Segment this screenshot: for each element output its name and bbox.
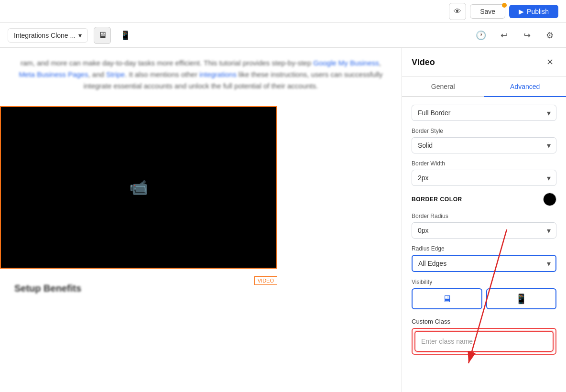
border-color-label: BORDER COLOR: [412, 196, 462, 203]
desktop-view-button[interactable]: 🖥: [94, 27, 111, 44]
save-label: Save: [480, 8, 495, 15]
radius-edge-group: Radius Edge All Edges Top Left Top Right…: [412, 245, 556, 272]
tab-general[interactable]: General: [402, 77, 484, 97]
desktop-vis-icon: 🖥: [442, 294, 452, 305]
below-video-text: Setup Benefits: [0, 273, 402, 304]
canvas: ram, and more can make day-to-day tasks …: [0, 48, 402, 392]
main-toolbar: 👁 Save ▶ Publish: [0, 0, 566, 23]
border-style-label: Border Style: [412, 128, 556, 134]
canvas-content: ram, and more can make day-to-day tasks …: [0, 48, 402, 392]
undo-icon: ↩: [501, 30, 508, 41]
border-radius-group: Border Radius 0px 4px 8px 12px 16px 50%: [412, 213, 556, 239]
radius-edge-select[interactable]: All Edges Top Left Top Right Bottom Left…: [412, 255, 556, 272]
dropdown-chevron-icon: ▾: [78, 32, 82, 39]
border-type-select-wrapper[interactable]: Full Border No Border Top Border Bottom …: [412, 105, 556, 121]
visibility-label: Visibility: [412, 279, 556, 285]
close-panel-button[interactable]: ✕: [543, 55, 556, 69]
border-type-group: Full Border No Border Top Border Bottom …: [412, 105, 556, 121]
history-button[interactable]: 🕐: [472, 27, 490, 44]
custom-class-section: Custom Class: [412, 318, 556, 355]
custom-class-label: Custom Class: [412, 318, 556, 325]
border-color-swatch[interactable]: [543, 193, 556, 206]
border-width-label: Border Width: [412, 160, 556, 167]
border-style-select[interactable]: Solid Dashed Dotted Double: [412, 137, 556, 153]
tab-advanced[interactable]: Advanced: [484, 77, 566, 97]
border-color-row: BORDER COLOR: [412, 193, 556, 206]
site-name: Integrations Clone ...: [14, 32, 76, 39]
preview-button[interactable]: 👁: [449, 3, 466, 20]
history-icon: 🕐: [476, 30, 486, 41]
publish-label: Publish: [527, 8, 549, 15]
toolbar-right: 🕐 ↩ ↪ ⚙: [472, 27, 558, 44]
save-button[interactable]: Save: [470, 4, 505, 19]
border-radius-select[interactable]: 0px 4px 8px 12px 16px 50%: [412, 222, 556, 239]
panel-body: Full Border No Border Top Border Bottom …: [402, 97, 566, 362]
border-width-select[interactable]: 1px 2px 3px 4px 5px: [412, 170, 556, 186]
video-block: 📹: [0, 106, 277, 269]
border-radius-select-wrapper[interactable]: 0px 4px 8px 12px 16px 50%: [412, 222, 556, 239]
settings-icon: ⚙: [546, 30, 554, 41]
settings-button[interactable]: ⚙: [541, 27, 558, 44]
border-width-group: Border Width 1px 2px 3px 4px 5px: [412, 160, 556, 186]
unsaved-indicator: [502, 3, 507, 8]
publish-icon: ▶: [519, 8, 524, 15]
desktop-icon: 🖥: [98, 30, 107, 40]
right-panel: Video ✕ General Advanced Full Border No …: [402, 48, 566, 392]
mobile-vis-icon: 📱: [515, 293, 527, 305]
border-color-group: BORDER COLOR: [412, 193, 556, 206]
redo-icon: ↪: [523, 30, 531, 41]
border-radius-label: Border Radius: [412, 213, 556, 219]
border-style-group: Border Style Solid Dashed Dotted Double: [412, 128, 556, 153]
panel-title: Video: [412, 57, 435, 67]
secondary-toolbar: Integrations Clone ... ▾ 🖥 📱 🕐 ↩ ↪ ⚙: [0, 23, 566, 48]
border-type-select[interactable]: Full Border No Border Top Border Bottom …: [412, 105, 556, 121]
visibility-row: 🖥 📱: [412, 288, 556, 309]
main-area: ram, and more can make day-to-day tasks …: [0, 48, 566, 392]
radius-edge-label: Radius Edge: [412, 245, 556, 252]
redo-button[interactable]: ↪: [518, 27, 535, 44]
video-camera-icon: 📹: [129, 178, 148, 196]
visibility-mobile-button[interactable]: 📱: [486, 288, 557, 309]
visibility-desktop-button[interactable]: 🖥: [412, 288, 482, 309]
panel-header: Video ✕: [402, 48, 566, 77]
radius-edge-select-wrapper[interactable]: All Edges Top Left Top Right Bottom Left…: [412, 255, 556, 272]
undo-button[interactable]: ↩: [495, 27, 512, 44]
site-name-dropdown[interactable]: Integrations Clone ... ▾: [8, 28, 88, 43]
mobile-icon: 📱: [120, 30, 131, 41]
publish-button[interactable]: ▶ Publish: [509, 5, 558, 18]
border-width-select-wrapper[interactable]: 1px 2px 3px 4px 5px: [412, 170, 556, 186]
visibility-group: Visibility 🖥 📱: [412, 279, 556, 309]
panel-tabs: General Advanced: [402, 77, 566, 97]
border-style-select-wrapper[interactable]: Solid Dashed Dotted Double: [412, 137, 556, 153]
custom-class-container: [412, 328, 556, 355]
custom-class-input[interactable]: [414, 331, 554, 352]
mobile-view-button[interactable]: 📱: [117, 27, 134, 44]
eye-icon: 👁: [454, 7, 461, 16]
canvas-blurred-text: ram, and more can make day-to-day tasks …: [0, 48, 402, 101]
